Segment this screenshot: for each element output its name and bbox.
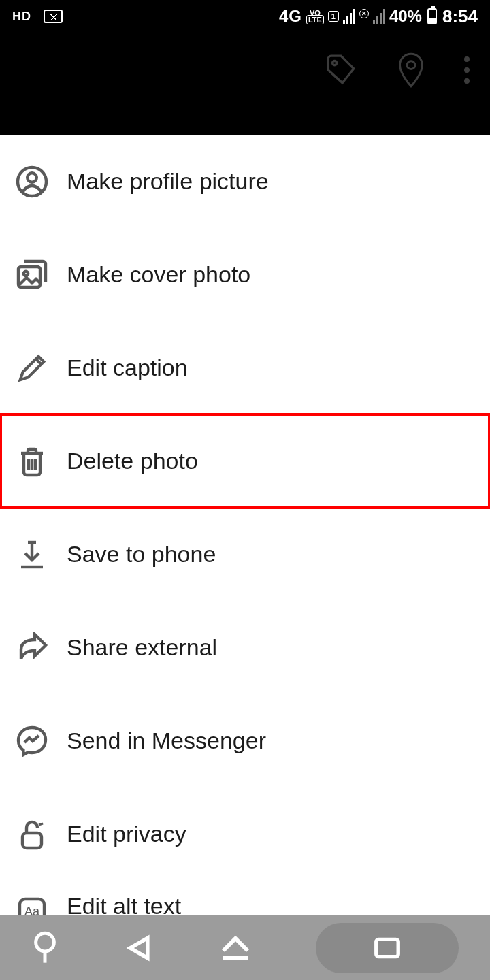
menu-item-label: Make profile picture: [67, 168, 269, 195]
location-icon[interactable]: [396, 52, 426, 88]
status-bar: HD 4G VOLTE 1 ✕ 40% 8:54: [0, 0, 490, 33]
save-to-phone-item[interactable]: Save to phone: [0, 508, 490, 601]
messenger-icon: [15, 724, 49, 758]
header-actions: [324, 52, 470, 88]
svg-rect-6: [22, 833, 42, 848]
menu-item-label: Send in Messenger: [67, 728, 266, 754]
volte-indicator: VOLTE: [306, 10, 324, 23]
svg-point-1: [407, 61, 415, 69]
svg-point-0: [333, 61, 337, 65]
lock-icon: [15, 817, 49, 851]
status-right: 4G VOLTE 1 ✕ 40% 8:54: [279, 6, 478, 27]
svg-point-5: [24, 271, 28, 275]
svg-point-9: [36, 933, 54, 951]
clock: 8:54: [442, 6, 478, 27]
hd-indicator: HD: [12, 10, 31, 24]
photo-options-menu: Make profile picture Make cover photo Ed…: [0, 135, 490, 942]
assistant-nav-icon[interactable]: [31, 930, 59, 966]
make-profile-picture-item[interactable]: Make profile picture: [0, 135, 490, 228]
edit-privacy-item[interactable]: Edit privacy: [0, 787, 490, 881]
menu-item-label: Make cover photo: [67, 261, 250, 288]
signal-strength-icon: [343, 9, 355, 24]
battery-icon: [427, 8, 437, 24]
recents-nav-button[interactable]: [316, 923, 459, 973]
photo-header-bar: [0, 33, 490, 135]
send-in-messenger-item[interactable]: Send in Messenger: [0, 694, 490, 787]
share-arrow-icon: [15, 631, 49, 665]
menu-item-label: Share external: [67, 634, 217, 661]
screenshot-notification-icon: [44, 10, 63, 23]
status-left: HD: [12, 10, 63, 24]
signal-strength-2-icon: [373, 9, 385, 24]
network-type: 4G: [279, 7, 302, 26]
svg-rect-10: [376, 939, 398, 956]
menu-item-label: Edit caption: [67, 355, 188, 381]
delete-photo-item[interactable]: Delete photo: [0, 414, 490, 508]
no-service-icon: ✕: [359, 9, 369, 18]
android-nav-bar: [0, 915, 490, 980]
battery-percent: 40%: [389, 7, 422, 26]
menu-item-label: Edit privacy: [67, 821, 186, 847]
svg-point-3: [27, 173, 37, 182]
photos-icon: [15, 258, 49, 292]
back-nav-icon[interactable]: [122, 933, 156, 963]
make-cover-photo-item[interactable]: Make cover photo: [0, 228, 490, 321]
trash-icon: [15, 444, 49, 478]
home-nav-icon[interactable]: [218, 934, 252, 962]
sim-indicator: 1: [328, 11, 339, 22]
edit-caption-item[interactable]: Edit caption: [0, 321, 490, 414]
download-icon: [15, 538, 49, 572]
menu-item-label: Delete photo: [67, 448, 198, 474]
profile-icon: [15, 165, 49, 199]
more-options-icon[interactable]: [464, 56, 470, 84]
share-external-item[interactable]: Share external: [0, 601, 490, 694]
tag-icon[interactable]: [324, 53, 358, 87]
menu-item-label: Save to phone: [67, 541, 216, 568]
pencil-icon: [15, 351, 49, 385]
